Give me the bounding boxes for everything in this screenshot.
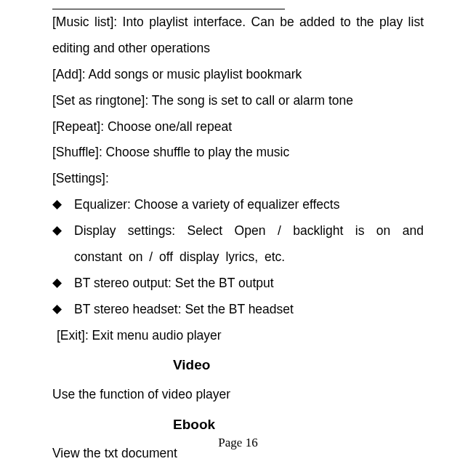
settings-bullet-list: ◆ Equalizer: Choose a variety of equaliz… — [52, 192, 424, 322]
settings-line: [Settings]: — [52, 166, 424, 192]
exit-line: [Exit]: Exit menu audio player — [57, 323, 424, 349]
bullet-bt-output: ◆ BT stereo output: Set the BT output — [52, 271, 424, 297]
bullet-text: Equalizer: Choose a variety of equalizer… — [74, 192, 424, 218]
bullet-text: BT stereo headset: Set the BT headset — [74, 297, 424, 323]
bullet-text: BT stereo output: Set the BT output — [74, 271, 424, 297]
diamond-icon: ◆ — [52, 297, 74, 322]
music-list-line: [Music list]: Into playlist interface. C… — [52, 9, 424, 62]
video-heading: Video — [173, 348, 432, 382]
shuffle-line: [Shuffle]: Choose shuffle to play the mu… — [52, 140, 424, 166]
diamond-icon: ◆ — [52, 192, 74, 217]
add-line: [Add]: Add songs or music playlist bookm… — [52, 62, 424, 88]
repeat-line: [Repeat]: Choose one/all repeat — [52, 114, 424, 140]
bullet-equalizer: ◆ Equalizer: Choose a variety of equaliz… — [52, 192, 424, 218]
ringtone-line: [Set as ringtone]: The song is set to ca… — [52, 88, 424, 114]
page-number: Page 16 — [0, 431, 476, 456]
video-description: Use the function of video player — [52, 382, 424, 408]
bullet-text: Display settings: Select Open / backligh… — [74, 218, 424, 271]
bullet-display-settings: ◆ Display settings: Select Open / backli… — [52, 218, 424, 271]
diamond-icon: ◆ — [52, 271, 74, 296]
diamond-icon: ◆ — [52, 218, 74, 244]
bullet-bt-headset: ◆ BT stereo headset: Set the BT headset — [52, 297, 424, 323]
